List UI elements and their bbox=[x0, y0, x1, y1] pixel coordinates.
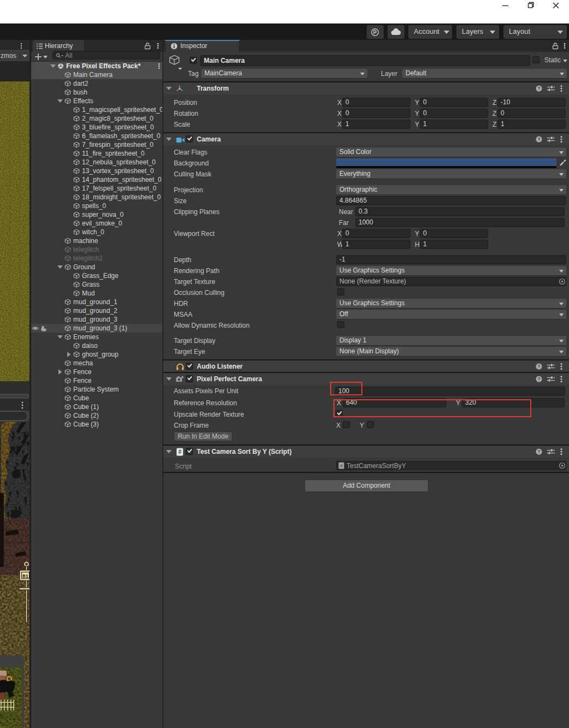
svg-text:?: ? bbox=[537, 376, 541, 382]
svg-text:?: ? bbox=[537, 86, 541, 91]
svg-text:?: ? bbox=[537, 137, 541, 142]
svg-text:zmos: zmos bbox=[1, 52, 16, 60]
svg-text:?: ? bbox=[537, 364, 541, 369]
svg-text:#: # bbox=[178, 449, 181, 455]
svg-text:#: # bbox=[340, 463, 343, 469]
svg-text:B1: B1 bbox=[22, 574, 28, 579]
svg-text:?: ? bbox=[537, 449, 541, 454]
